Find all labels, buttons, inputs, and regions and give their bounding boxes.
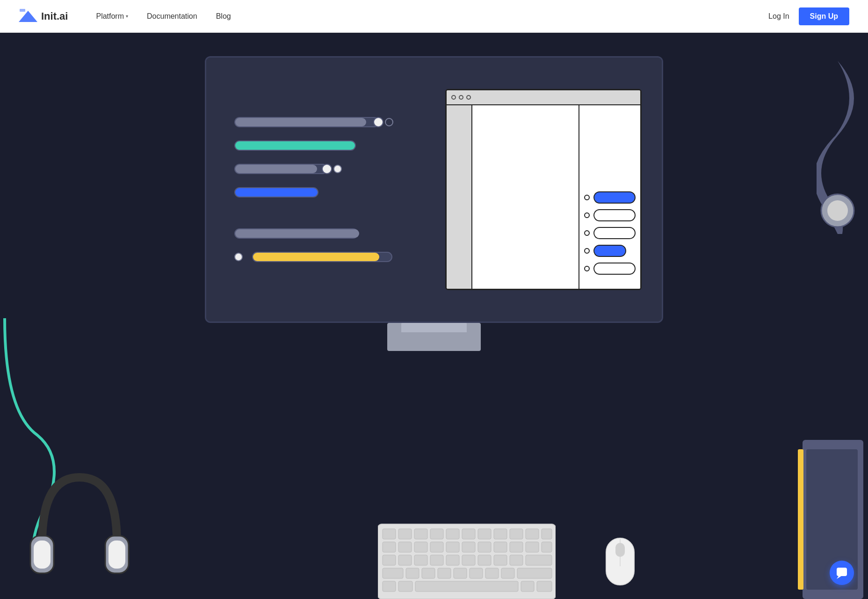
- svg-rect-3: [34, 541, 51, 569]
- svg-rect-27: [526, 542, 539, 552]
- slider-row-6: [234, 252, 406, 262]
- svg-rect-48: [415, 581, 518, 592]
- svg-rect-5: [108, 541, 125, 569]
- svg-rect-19: [398, 542, 412, 552]
- svg-point-57: [827, 200, 848, 221]
- svg-rect-7: [383, 529, 396, 539]
- slider-dot-1: [385, 118, 393, 126]
- logo-text: Init.ai: [41, 10, 68, 22]
- browser-dot-1: [451, 95, 456, 100]
- svg-rect-28: [542, 542, 552, 552]
- svg-rect-46: [501, 568, 514, 578]
- svg-rect-50: [398, 581, 412, 592]
- chat-item-1: [584, 191, 636, 204]
- svg-rect-42: [438, 568, 451, 578]
- svg-rect-23: [462, 542, 475, 552]
- monitor-right-panel: [429, 58, 662, 321]
- browser-chat-panel: [579, 105, 640, 289]
- navbar: Init.ai Platform ▾ Documentation Blog Lo…: [0, 0, 868, 33]
- browser-content-left: [472, 105, 579, 289]
- svg-rect-10: [430, 529, 443, 539]
- browser-dot-3: [466, 95, 471, 100]
- logo-link[interactable]: Init.ai: [19, 9, 68, 24]
- slider-fill-4: [235, 188, 318, 197]
- svg-rect-32: [430, 555, 443, 565]
- browser-titlebar: [447, 90, 640, 105]
- svg-rect-30: [398, 555, 412, 565]
- svg-rect-13: [478, 529, 491, 539]
- keyboard-illustration: [378, 505, 556, 599]
- slider-track-6: [252, 252, 392, 262]
- chat-item-3: [584, 227, 636, 239]
- right-blob-decoration: [817, 61, 859, 234]
- svg-rect-18: [383, 542, 396, 552]
- slider-gap: [234, 211, 406, 215]
- chat-radio-5: [584, 266, 590, 271]
- slider-fill-2: [235, 141, 355, 150]
- chat-item-5: [584, 263, 636, 275]
- chat-radio-1: [584, 195, 590, 200]
- svg-rect-40: [406, 568, 419, 578]
- chat-bubble-icon: [836, 567, 848, 579]
- svg-rect-29: [383, 555, 396, 565]
- svg-rect-39: [383, 568, 403, 578]
- slider-thumb-3: [322, 164, 332, 174]
- svg-rect-51: [521, 581, 534, 592]
- svg-rect-24: [478, 542, 491, 552]
- svg-rect-59: [798, 449, 803, 590]
- svg-rect-44: [470, 568, 483, 578]
- chat-bubble-3: [593, 227, 636, 239]
- slider-dot-3: [333, 165, 342, 173]
- browser-main: [472, 105, 640, 289]
- slider-row-3: [234, 164, 406, 174]
- svg-rect-33: [446, 555, 459, 565]
- svg-rect-31: [414, 555, 427, 565]
- nav-blog[interactable]: Blog: [216, 12, 231, 21]
- slider-track-3: [234, 164, 328, 174]
- svg-rect-41: [422, 568, 435, 578]
- chat-bubble-4: [593, 245, 626, 257]
- monitor-screen: [205, 56, 663, 323]
- chevron-down-icon: ▾: [126, 14, 128, 19]
- svg-rect-61: [837, 568, 847, 576]
- svg-rect-1: [20, 9, 25, 12]
- signup-button[interactable]: Sign Up: [799, 7, 849, 25]
- svg-rect-52: [537, 581, 552, 592]
- slider-row-5: [234, 228, 406, 239]
- chat-item-4: [584, 245, 636, 257]
- svg-rect-12: [462, 529, 475, 539]
- login-button[interactable]: Log In: [768, 12, 789, 21]
- browser-sidebar: [447, 105, 472, 289]
- chat-button[interactable]: [830, 561, 854, 585]
- logo-icon: [19, 9, 37, 24]
- svg-rect-55: [615, 543, 625, 557]
- svg-rect-43: [454, 568, 467, 578]
- chat-radio-4: [584, 248, 590, 254]
- svg-rect-9: [414, 529, 427, 539]
- svg-rect-22: [446, 542, 459, 552]
- slider-row-4: [234, 187, 406, 197]
- mouse-illustration: [601, 524, 639, 599]
- svg-marker-0: [19, 11, 37, 22]
- svg-rect-26: [510, 542, 523, 552]
- svg-rect-15: [510, 529, 523, 539]
- nav-documentation[interactable]: Documentation: [147, 12, 197, 21]
- monitor-illustration: [205, 56, 663, 351]
- svg-rect-8: [398, 529, 412, 539]
- slider-fill-1: [235, 118, 366, 126]
- slider-thumb-1: [373, 117, 383, 127]
- chat-bubble-5: [593, 263, 636, 275]
- nav-platform[interactable]: Platform ▾: [96, 12, 128, 21]
- svg-rect-20: [414, 542, 427, 552]
- monitor-left-panel: [206, 58, 429, 321]
- slider-row-1: [234, 117, 406, 127]
- chat-radio-2: [584, 212, 590, 218]
- svg-rect-38: [526, 555, 552, 565]
- slider-track-2: [234, 140, 356, 151]
- svg-rect-21: [430, 542, 443, 552]
- svg-rect-11: [446, 529, 459, 539]
- svg-rect-17: [542, 529, 552, 539]
- slider-fill-5: [235, 229, 359, 238]
- slider-row-2: [234, 140, 406, 151]
- headphones-illustration: [23, 449, 136, 599]
